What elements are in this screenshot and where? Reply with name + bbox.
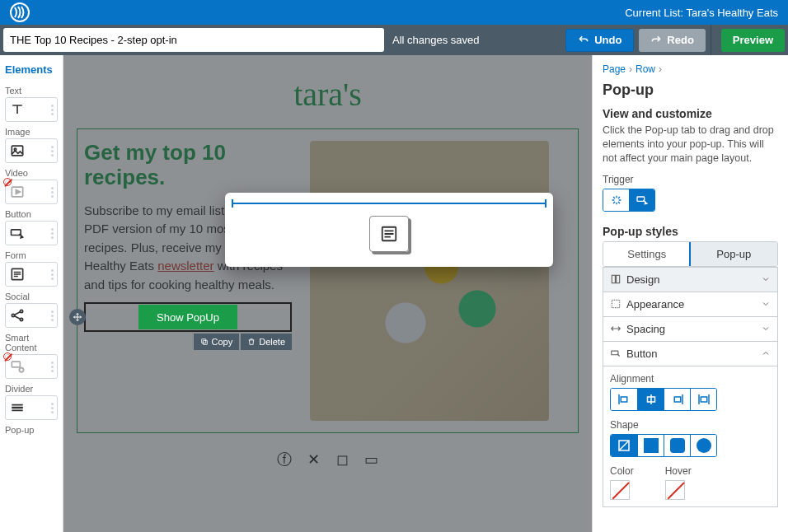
youtube-icon: ▭ — [364, 451, 378, 468]
chevron-up-icon — [761, 348, 771, 358]
canvas: tara's Get my top 10 recipes. Subscribe … — [63, 55, 592, 532]
instagram-icon: ◻ — [336, 451, 349, 468]
move-handle-icon[interactable] — [69, 309, 86, 325]
facebook-icon: ⓕ — [277, 451, 292, 468]
element-video[interactable] — [5, 180, 58, 204]
selected-button-element[interactable]: Show PopUp — [84, 302, 292, 332]
brand-logo: tara's — [77, 75, 579, 114]
trigger-click-icon[interactable] — [629, 189, 654, 211]
popup-dropzone[interactable] — [225, 193, 553, 267]
shape-segmented[interactable] — [610, 434, 717, 457]
svg-point-6 — [12, 314, 14, 316]
svg-point-8 — [20, 318, 22, 320]
tab-settings[interactable]: Settings — [603, 242, 691, 266]
svg-rect-9 — [12, 362, 20, 367]
svg-rect-22 — [701, 397, 707, 402]
shape-pill-icon[interactable] — [690, 435, 716, 456]
preview-button[interactable]: Preview — [721, 29, 785, 52]
svg-rect-21 — [674, 397, 681, 402]
current-list-label[interactable]: Current List: Tara's Healthy Eats — [625, 7, 778, 19]
element-text[interactable] — [5, 97, 58, 122]
app-logo[interactable] — [10, 2, 30, 22]
svg-point-7 — [20, 310, 22, 312]
breadcrumb[interactable]: Page›Row› — [603, 63, 778, 75]
show-popup-button[interactable]: Show PopUp — [138, 305, 237, 329]
trigger-timer-icon[interactable] — [603, 189, 629, 211]
element-form[interactable] — [5, 262, 58, 287]
section-appearance[interactable]: Appearance — [603, 292, 777, 316]
color-swatch[interactable] — [610, 480, 630, 500]
sidebar-title: Elements — [5, 60, 58, 81]
alignment-segmented[interactable] — [610, 388, 717, 411]
section-button[interactable]: Button — [603, 341, 777, 366]
align-left-icon[interactable] — [611, 389, 637, 410]
help-text: Click the Pop-up tab to drag and drop el… — [603, 124, 778, 166]
delete-button[interactable]: Delete — [241, 334, 292, 350]
disabled-icon — [3, 352, 12, 361]
save-status: All changes saved — [392, 34, 480, 46]
page-title-input[interactable] — [3, 28, 384, 52]
inspector-panel: Page›Row› Pop-up View and customize Clic… — [592, 55, 788, 532]
svg-point-10 — [20, 368, 24, 372]
copy-button[interactable]: Copy — [194, 334, 240, 350]
newsletter-link[interactable]: newsletter — [157, 259, 213, 273]
chevron-down-icon — [761, 324, 771, 334]
svg-rect-17 — [612, 300, 619, 307]
element-image[interactable] — [5, 138, 58, 163]
disabled-icon — [3, 178, 12, 186]
hero-image — [310, 141, 549, 421]
align-center-icon[interactable] — [637, 389, 664, 410]
svg-rect-12 — [201, 339, 205, 343]
element-divider[interactable] — [5, 395, 58, 420]
twitter-icon: ✕ — [307, 451, 320, 468]
hover-swatch[interactable] — [665, 480, 685, 500]
styles-title: Pop-up styles — [603, 225, 778, 238]
svg-rect-15 — [612, 275, 615, 282]
ruler-icon — [232, 203, 546, 204]
panel-title: Pop-up — [603, 82, 778, 99]
svg-rect-16 — [617, 275, 620, 282]
chevron-down-icon — [761, 299, 771, 309]
svg-rect-1 — [12, 146, 22, 156]
redo-button[interactable]: Redo — [639, 29, 706, 52]
shape-none-icon[interactable] — [611, 435, 637, 456]
align-right-icon[interactable] — [664, 389, 690, 410]
svg-rect-11 — [203, 341, 207, 345]
trigger-segmented[interactable] — [603, 189, 655, 212]
form-slot-icon[interactable] — [369, 216, 409, 252]
chevron-down-icon — [761, 274, 771, 284]
element-smart-content[interactable] — [5, 354, 58, 379]
svg-rect-19 — [621, 397, 627, 402]
subheading: View and customize — [603, 107, 778, 120]
element-social[interactable] — [5, 303, 58, 328]
section-design[interactable]: Design — [603, 267, 777, 292]
element-button[interactable] — [5, 221, 58, 245]
undo-button[interactable]: Undo — [565, 29, 634, 52]
elements-sidebar: Elements Text Image Video Button Form So… — [0, 55, 63, 532]
section-spacing[interactable]: Spacing — [603, 316, 777, 341]
shape-square-icon[interactable] — [637, 435, 664, 456]
align-stretch-icon[interactable] — [690, 389, 716, 410]
social-icons: ⓕ ✕ ◻ ▭ — [77, 450, 579, 469]
tab-popup[interactable]: Pop-up — [691, 242, 778, 266]
headline: Get my top 10 recipes. — [84, 141, 293, 190]
shape-rounded-icon[interactable] — [664, 435, 690, 456]
